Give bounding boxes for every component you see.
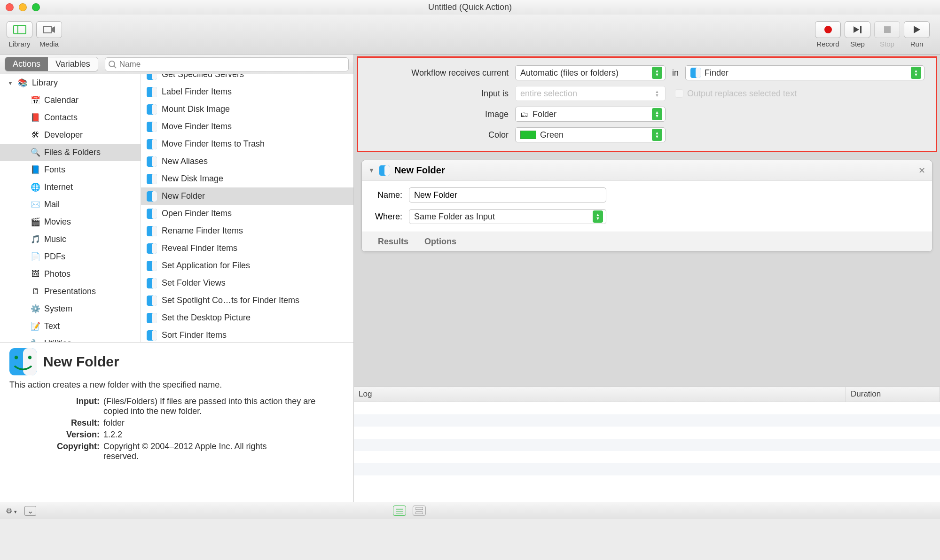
svg-rect-7 (152, 74, 157, 80)
disclosure-triangle-icon[interactable]: ▼ (368, 167, 375, 174)
action-item[interactable]: Get Specified Servers (141, 74, 353, 83)
action-item[interactable]: Sort Finder Items (141, 327, 353, 342)
action-item[interactable]: Set Spotlight Co…ts for Finder Items (141, 292, 353, 309)
svg-rect-25 (152, 226, 157, 236)
action-item[interactable]: Reveal Finder Items (141, 240, 353, 257)
desc-version-value: 1.2.2 (103, 430, 344, 440)
action-item[interactable]: Set the Desktop Picture (141, 309, 353, 327)
category-icon: 🔧 (30, 339, 40, 342)
action-label: Set Folder Views (162, 278, 226, 288)
step-button[interactable] (845, 21, 870, 38)
action-label: New Disk Image (162, 174, 223, 184)
category-item[interactable]: ⚙️System (0, 300, 141, 318)
svg-rect-2 (44, 26, 51, 33)
action-item[interactable]: Move Finder Items to Trash (141, 135, 353, 153)
category-item[interactable]: 🌐Internet (0, 179, 141, 196)
category-item[interactable]: 🔍Files & Folders (0, 144, 141, 161)
search-input[interactable] (105, 57, 349, 71)
chevron-updown-icon: ▲▼ (652, 129, 662, 141)
svg-rect-0 (14, 25, 26, 34)
svg-rect-39 (23, 348, 37, 375)
finder-icon (379, 165, 390, 176)
category-label: Movies (44, 217, 71, 227)
remove-step-button[interactable]: ✕ (918, 165, 925, 176)
config-receives-dropdown[interactable]: Automatic (files or folders) ▲▼ (515, 65, 666, 80)
config-input-is-label: Input is (369, 89, 515, 99)
action-item[interactable]: Rename Finder Items (141, 222, 353, 240)
actions-list: Get Specified ServersLabel Finder ItemsM… (141, 74, 353, 342)
category-icon: ⚙️ (30, 304, 40, 314)
gear-dropdown-button[interactable]: ⚙︎ ▾ (6, 506, 17, 515)
log-column-log[interactable]: Log (354, 387, 846, 402)
list-view-button[interactable] (393, 506, 406, 516)
chevron-updown-icon: ▲▼ (911, 67, 921, 79)
svg-rect-21 (152, 191, 157, 202)
step-title: New Folder (394, 165, 445, 176)
category-item[interactable]: 📄PDFs (0, 248, 141, 265)
category-label: Calendar (44, 95, 78, 105)
category-icon: 📄 (30, 252, 40, 262)
category-label: Music (44, 234, 66, 244)
category-item[interactable]: ✉️Mail (0, 196, 141, 213)
category-item[interactable]: 📝Text (0, 318, 141, 335)
finder-icon (147, 87, 157, 97)
action-item[interactable]: Open Finder Items (141, 205, 353, 222)
record-button[interactable] (815, 21, 841, 38)
config-input-is-dropdown: entire selection ▲▼ (515, 86, 666, 101)
step-options-tab[interactable]: Options (424, 237, 456, 247)
action-item[interactable]: Set Folder Views (141, 274, 353, 292)
category-item[interactable]: 📕Contacts (0, 109, 141, 126)
category-item[interactable]: 🎵Music (0, 231, 141, 248)
action-label: Set the Desktop Picture (162, 313, 251, 323)
tab-actions[interactable]: Actions (5, 57, 48, 71)
library-root[interactable]: ▼ 📚 Library (0, 74, 141, 92)
action-label: Mount Disk Image (162, 104, 230, 114)
folder-icon: 🗂 (520, 109, 529, 119)
finder-icon (690, 68, 701, 78)
media-button[interactable] (36, 21, 62, 38)
action-item[interactable]: New Disk Image (141, 170, 353, 187)
run-button[interactable] (904, 21, 930, 38)
category-icon: 📘 (30, 165, 40, 175)
category-icon: 📕 (30, 113, 40, 123)
config-color-dropdown[interactable]: Green ▲▼ (515, 127, 666, 142)
log-column-duration[interactable]: Duration (846, 387, 940, 402)
config-in-app-dropdown[interactable]: Finder ▲▼ (685, 65, 924, 80)
config-image-dropdown[interactable]: 🗂 Folder ▲▼ (515, 107, 666, 122)
workflow-status-button[interactable]: ⌄ (24, 506, 36, 516)
action-item[interactable]: New Folder (141, 187, 353, 205)
output-replaces-checkbox (675, 89, 683, 98)
flow-view-button[interactable] (413, 506, 426, 516)
action-item[interactable]: New Aliases (141, 153, 353, 170)
category-item[interactable]: 🔧Utilities (0, 335, 141, 342)
disclosure-triangle-icon[interactable]: ▼ (8, 80, 13, 86)
tab-variables[interactable]: Variables (48, 57, 98, 71)
category-item[interactable]: 📅Calendar (0, 92, 141, 109)
step-results-tab[interactable]: Results (378, 237, 408, 247)
action-item[interactable]: Mount Disk Image (141, 101, 353, 118)
action-item[interactable]: Move Finder Items (141, 118, 353, 135)
workflow-step-card: ▼ New Folder ✕ Name: Where: Same Folder … (361, 160, 932, 252)
category-label: Text (44, 321, 60, 331)
category-icon: ✉️ (30, 200, 40, 210)
category-item[interactable]: 🛠Developer (0, 126, 141, 144)
step-name-input[interactable] (409, 187, 606, 202)
step-where-label: Where: (371, 212, 409, 222)
svg-rect-43 (696, 68, 701, 78)
step-where-dropdown[interactable]: Same Folder as Input ▲▼ (409, 209, 606, 224)
library-button[interactable] (7, 21, 32, 38)
category-item[interactable]: 🖼Photos (0, 265, 141, 283)
config-color-label: Color (369, 130, 515, 140)
category-item[interactable]: 🖥Presentations (0, 283, 141, 300)
category-label: Files & Folders (44, 148, 101, 157)
left-tab-segment: Actions Variables (5, 57, 98, 71)
svg-rect-13 (152, 122, 157, 132)
category-item[interactable]: 🎬Movies (0, 213, 141, 231)
action-item[interactable]: Set Application for Files (141, 257, 353, 274)
action-label: Get Specified Servers (162, 74, 244, 79)
action-item[interactable]: Label Finder Items (141, 83, 353, 101)
category-item[interactable]: 📘Fonts (0, 161, 141, 179)
workflow-config-panel: Workflow receives current Automatic (fil… (357, 56, 937, 152)
action-label: Label Finder Items (162, 87, 232, 97)
svg-rect-11 (152, 104, 157, 115)
